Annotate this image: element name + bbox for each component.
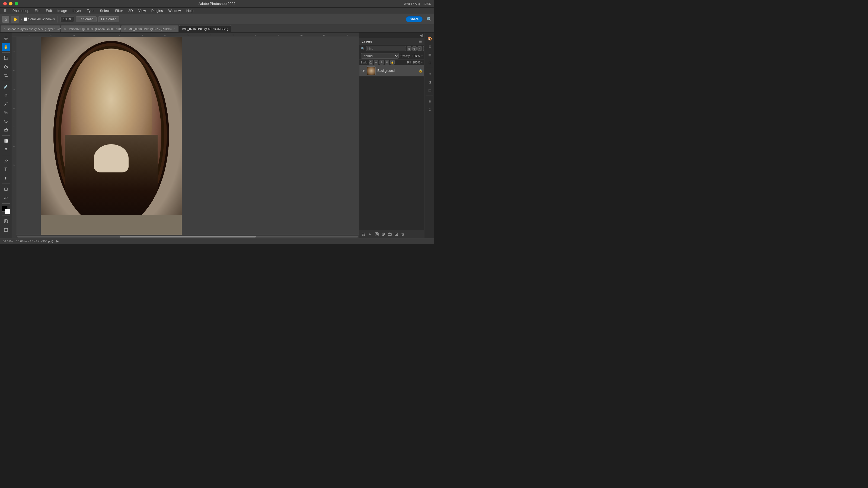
menu-photoshop[interactable]: Photoshop bbox=[10, 8, 31, 13]
blend-mode-select[interactable]: Normal Multiply Screen Overlay bbox=[361, 53, 399, 59]
canvas-image[interactable] bbox=[41, 37, 182, 235]
tab-img0698[interactable]: ✕ IMG_0698.DNG @ 50% (RGB/8) ✕ bbox=[121, 25, 179, 32]
gradient-tool[interactable] bbox=[2, 137, 10, 145]
history-tool[interactable] bbox=[2, 117, 10, 125]
new-layer-btn[interactable] bbox=[394, 231, 399, 237]
close-button[interactable] bbox=[3, 2, 7, 5]
scroll-all-windows-area[interactable]: Scroll All Windows bbox=[24, 18, 55, 21]
pen-tool[interactable] bbox=[2, 157, 10, 165]
canvas-viewport[interactable] bbox=[16, 37, 359, 235]
paths-icon[interactable]: ⊘ bbox=[426, 106, 434, 113]
background-color[interactable] bbox=[5, 209, 10, 214]
dodge-tool[interactable] bbox=[2, 145, 10, 154]
eraser-tool[interactable] bbox=[2, 126, 10, 134]
lock-all-btn[interactable]: 🔒 bbox=[390, 60, 395, 65]
layer-effects-btn[interactable]: fx bbox=[368, 231, 373, 237]
hand-tool-button[interactable]: ✋ bbox=[11, 16, 19, 23]
lock-move-btn[interactable]: ✛ bbox=[379, 60, 384, 65]
window-controls[interactable] bbox=[3, 2, 18, 5]
opacity-dropdown-icon[interactable]: ▾ bbox=[421, 55, 423, 58]
ruler-tick: 8 bbox=[244, 34, 267, 37]
add-mask-btn[interactable] bbox=[374, 231, 379, 237]
fit-screen-button[interactable]: Fit Screen bbox=[76, 16, 97, 22]
tab-close-btn-img0698[interactable]: ✕ bbox=[173, 27, 176, 30]
brush-tool[interactable]: 🖌 bbox=[2, 100, 10, 108]
lock-artboard-btn[interactable]: ⊟ bbox=[385, 60, 389, 65]
menu-help[interactable]: Help bbox=[184, 8, 196, 13]
lasso-tool[interactable] bbox=[2, 63, 10, 71]
filter-pixel-icon[interactable]: ▩ bbox=[407, 46, 411, 51]
marquee-tool[interactable] bbox=[2, 54, 10, 62]
home-button[interactable]: ⌂ bbox=[2, 16, 9, 23]
menu-image[interactable]: Image bbox=[55, 8, 69, 13]
menu-window[interactable]: Window bbox=[166, 8, 183, 13]
menu-plugins[interactable]: Plugins bbox=[149, 8, 165, 13]
tab-img0716[interactable]: IMG_0716.DNG @ 66.7% (RGB/8) bbox=[179, 25, 231, 32]
menu-type[interactable]: Type bbox=[85, 8, 97, 13]
path-selection-tool[interactable] bbox=[2, 174, 10, 182]
swatches-icon[interactable]: ⊞ bbox=[426, 43, 434, 51]
apple-menu[interactable]:  bbox=[2, 8, 8, 14]
layers-bottom-toolbar: ⛓ fx 🗑 bbox=[360, 230, 424, 238]
menu-filter[interactable]: Filter bbox=[113, 8, 125, 13]
collapse-icon[interactable]: ◀ bbox=[420, 33, 423, 37]
horizontal-scrollbar[interactable] bbox=[16, 235, 359, 238]
scroll-all-windows-checkbox[interactable] bbox=[24, 18, 27, 21]
layer-visibility-eye[interactable]: 👁 bbox=[361, 69, 365, 73]
ruler-left-tick-8: 8 bbox=[12, 129, 16, 148]
delete-layer-btn[interactable]: 🗑 bbox=[400, 231, 405, 237]
tab-close-spread[interactable]: ✕ bbox=[3, 27, 6, 30]
healing-tool[interactable] bbox=[2, 91, 10, 99]
lock-draw-btn[interactable]: ✏ bbox=[374, 60, 378, 65]
channels-icon[interactable]: ⊕ bbox=[426, 98, 434, 105]
add-adjustment-btn[interactable] bbox=[380, 231, 386, 237]
move-tool[interactable] bbox=[2, 34, 10, 42]
tab-untitled[interactable]: ✕ Untitled–1 @ 60.3% (Canon G650, RGB/8*… bbox=[61, 25, 120, 32]
menu-select[interactable]: Select bbox=[98, 8, 112, 13]
lock-pixels-btn[interactable] bbox=[369, 60, 373, 65]
tab-spread-layers[interactable]: ✕ spread 2 layers.psd @ 50% (Layer 15 co… bbox=[1, 25, 60, 32]
menu-layer[interactable]: Layer bbox=[70, 8, 84, 13]
clone-tool[interactable] bbox=[2, 108, 10, 117]
layers-empty-area bbox=[360, 76, 424, 230]
layer-row-background[interactable]: 👁 Background 🔒 bbox=[360, 65, 424, 76]
zoom-input[interactable] bbox=[61, 17, 74, 22]
tab-close-img0698[interactable]: ✕ bbox=[124, 27, 126, 30]
layers-panel-menu-icon[interactable]: ☰ bbox=[418, 39, 422, 44]
status-arrow[interactable]: ▶ bbox=[56, 239, 59, 243]
adjustments-icon[interactable]: ◑ bbox=[426, 78, 434, 86]
rectangle-tool[interactable] bbox=[2, 185, 10, 193]
filter-adjust-icon[interactable]: ◑ bbox=[412, 46, 416, 51]
crop-tool[interactable] bbox=[2, 71, 10, 79]
3d-tool[interactable]: 3D bbox=[2, 194, 10, 202]
filter-type-icon[interactable]: T bbox=[417, 46, 422, 51]
menu-file[interactable]: File bbox=[33, 8, 42, 13]
patterns-icon[interactable]: ⊡ bbox=[426, 59, 434, 67]
menu-view[interactable]: View bbox=[136, 8, 148, 13]
color-picker[interactable] bbox=[2, 206, 10, 214]
screen-mode-tool[interactable] bbox=[2, 226, 10, 234]
hand-tool[interactable]: ✋ bbox=[2, 43, 10, 51]
libraries-icon[interactable]: ◫ bbox=[426, 87, 434, 94]
layers-panel-header: Layers ☰ bbox=[360, 38, 424, 45]
layers-search-input[interactable] bbox=[366, 46, 406, 51]
color-icon[interactable]: 🎨 bbox=[426, 35, 434, 42]
gradients-icon[interactable]: ▦ bbox=[426, 51, 434, 59]
quick-mask-tool[interactable] bbox=[2, 217, 10, 225]
properties-icon[interactable]: ⊙ bbox=[426, 70, 434, 78]
eyedropper-tool[interactable]: 💉 bbox=[2, 83, 10, 91]
canvas-area: 3 4 5 6 7 8 9 -2 -1 0 1 2 3 4 bbox=[12, 33, 359, 238]
minimize-button[interactable] bbox=[9, 2, 12, 5]
link-layers-btn[interactable]: ⛓ bbox=[361, 231, 367, 237]
maximize-button[interactable] bbox=[14, 2, 18, 5]
search-icon[interactable]: 🔍 bbox=[426, 17, 432, 22]
zoom-status: 66.67% bbox=[3, 240, 13, 243]
menu-3d[interactable]: 3D bbox=[126, 8, 135, 13]
group-layers-btn[interactable] bbox=[387, 231, 393, 237]
menu-edit[interactable]: Edit bbox=[44, 8, 54, 13]
tab-close-untitled[interactable]: ✕ bbox=[64, 27, 66, 30]
fill-screen-button[interactable]: Fill Screen bbox=[98, 16, 120, 22]
type-tool[interactable]: T bbox=[2, 165, 10, 173]
share-button[interactable]: Share bbox=[406, 16, 423, 22]
fill-dropdown-icon[interactable]: ▾ bbox=[421, 61, 423, 64]
